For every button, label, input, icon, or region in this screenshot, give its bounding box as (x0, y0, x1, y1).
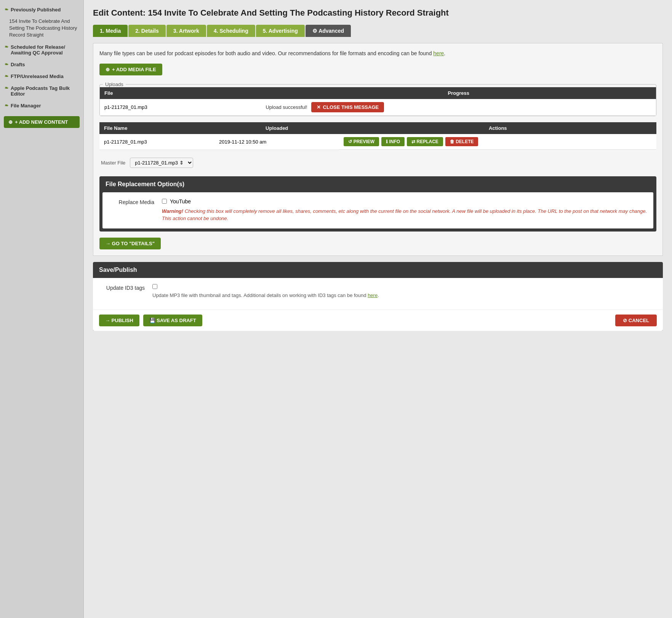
warning-text: Warning! Checking this box will complete… (162, 208, 647, 222)
tab-details[interactable]: 2. Details (128, 25, 165, 37)
publish-button[interactable]: → PUBLISH (99, 315, 139, 326)
file-name-cell: p1-211728_01.mp3 (99, 134, 214, 150)
file-name-header: File Name (99, 122, 214, 134)
master-file-select[interactable]: p1-211728_01.mp3 ⇕ (130, 158, 193, 168)
arrow-icon: ❧ (5, 7, 8, 12)
save-as-draft-button[interactable]: 💾 SAVE AS DRAFT (143, 315, 202, 326)
files-table: File Name Uploaded Actions p1-211728_01.… (99, 122, 656, 150)
sidebar: ❧Previously Published154 Invite To Celeb… (0, 0, 84, 618)
sidebar-item-episode-154[interactable]: 154 Invite To Celebrate And Setting The … (0, 16, 83, 41)
uploaded-header: Uploaded (214, 122, 339, 134)
sidebar-section-drafts[interactable]: ❧Drafts (0, 59, 83, 70)
arrow-icon: ❧ (5, 73, 8, 79)
close-icon: ✕ (317, 104, 321, 110)
save-publish-panel: Save/Publish Update ID3 tags Update MP3 … (93, 262, 663, 331)
tab-bar: 1. Media2. Details3. Artwork4. Schedulin… (93, 25, 663, 37)
file-replacement-panel: File Replacement Option(s) Replace Media… (99, 176, 656, 232)
sidebar-section-label: FTP/Unreleased Media (11, 73, 64, 79)
sidebar-section-label: Scheduled for Release/ Awaiting QC Appro… (11, 44, 79, 56)
content-panel: Many file types can be used for podcast … (93, 43, 663, 256)
preview-button[interactable]: ↺ PREVIEW (344, 137, 379, 146)
close-message-button[interactable]: ✕ CLOSE THIS MESSAGE (311, 102, 384, 112)
sidebar-section-apple-podcasts[interactable]: ❧Apple Podcasts Tag Bulk Editor (0, 82, 83, 100)
replace-button[interactable]: ⇄ REPLACE (407, 137, 443, 146)
arrow-icon: ❧ (5, 85, 8, 91)
tab-advertising[interactable]: 5. Advertising (256, 25, 305, 37)
main-content: Edit Content: 154 Invite To Celebrate An… (84, 0, 672, 618)
sidebar-section-label: File Manager (11, 103, 41, 109)
uploads-legend: Uploads (103, 81, 126, 87)
plus-icon: ⊕ (106, 67, 110, 72)
replace-media-content: YouTube Warning! Checking this box will … (162, 198, 647, 222)
delete-button[interactable]: 🗑 DELETE (445, 137, 478, 146)
intro-link[interactable]: here (433, 50, 444, 56)
tab-artwork[interactable]: 3. Artwork (166, 25, 206, 37)
file-replacement-title: File Replacement Option(s) (99, 176, 656, 192)
upload-file-name: p1-211728_01.mp3 (100, 99, 261, 116)
arrow-icon: ❧ (5, 62, 8, 67)
id3-description: Update MP3 file with thumbnail and tags.… (152, 292, 657, 299)
youtube-label: YouTube (170, 198, 191, 204)
warning-bold: Warning! (162, 208, 183, 214)
id3-row: Update ID3 tags Update MP3 file with thu… (99, 284, 657, 299)
id3-label: Update ID3 tags (99, 284, 145, 291)
youtube-checkbox[interactable] (162, 199, 167, 204)
tab-advanced[interactable]: ⚙ Advanced (306, 25, 351, 37)
page-title: Edit Content: 154 Invite To Celebrate An… (93, 8, 663, 19)
uploads-table: File Progress p1-211728_01.mp3 Upload su… (100, 87, 656, 116)
actions-header: Actions (339, 122, 656, 134)
id3-content: Update MP3 file with thumbnail and tags.… (152, 284, 657, 299)
replace-media-row: Replace Media YouTube Warning! Checking … (109, 198, 647, 222)
uploads-section: Uploads File Progress p1-211728_01.mp3 U… (99, 81, 656, 117)
table-row: p1-211728_01.mp3 2019-11-12 10:50 am ↺ P… (99, 134, 656, 150)
save-publish-title: Save/Publish (93, 262, 663, 278)
youtube-row: YouTube (162, 198, 647, 204)
save-publish-body: Update ID3 tags Update MP3 file with thu… (93, 278, 663, 310)
add-new-content-button[interactable]: ⊕ + ADD NEW CONTENT (4, 116, 80, 128)
info-button[interactable]: ℹ INFO (381, 137, 405, 146)
actions-cell: ↺ PREVIEW ℹ INFO ⇄ REPLACE 🗑 DELETE (339, 134, 656, 150)
add-media-file-button[interactable]: ⊕ + ADD MEDIA FILE (99, 64, 162, 75)
go-to-details-container: → GO TO "DETAILS" (99, 238, 656, 249)
replace-media-label: Replace Media (109, 198, 154, 205)
file-replacement-body: Replace Media YouTube Warning! Checking … (102, 192, 653, 228)
sidebar-section-file-manager[interactable]: ❧File Manager (0, 100, 83, 112)
master-file-label: Master File (101, 160, 125, 166)
uploads-file-header: File (100, 87, 261, 99)
cancel-button[interactable]: ⊘ CANCEL (615, 315, 657, 326)
id3-checkbox[interactable] (152, 284, 157, 289)
intro-text: Many file types can be used for podcast … (99, 50, 656, 57)
upload-success-text: Upload successful! (266, 104, 307, 110)
uploads-progress-header: Progress (261, 87, 656, 99)
add-new-content-label: + ADD NEW CONTENT (15, 119, 68, 125)
arrow-icon: ❧ (5, 44, 8, 50)
sidebar-section-scheduled-release[interactable]: ❧Scheduled for Release/ Awaiting QC Appr… (0, 41, 83, 59)
sidebar-section-label: Apple Podcasts Tag Bulk Editor (11, 85, 79, 97)
id3-link[interactable]: here (368, 292, 378, 298)
bottom-actions: → PUBLISH 💾 SAVE AS DRAFT ⊘ CANCEL (93, 310, 663, 331)
sidebar-section-ftp-unreleased[interactable]: ❧FTP/Unreleased Media (0, 70, 83, 82)
master-file-row: Master File p1-211728_01.mp3 ⇕ (99, 154, 656, 172)
bottom-left-actions: → PUBLISH 💾 SAVE AS DRAFT (99, 315, 202, 326)
go-to-details-button[interactable]: → GO TO "DETAILS" (99, 238, 161, 249)
sidebar-section-label: Previously Published (11, 7, 61, 13)
plus-icon: ⊕ (8, 119, 13, 125)
sidebar-section-label: Drafts (11, 62, 25, 67)
warning-message: Checking this box will completely remove… (162, 208, 647, 222)
close-message-label: CLOSE THIS MESSAGE (323, 104, 379, 110)
table-row: p1-211728_01.mp3 Upload successful! ✕ CL… (100, 99, 656, 116)
tab-scheduling[interactable]: 4. Scheduling (207, 25, 255, 37)
arrow-icon: ❧ (5, 103, 8, 108)
upload-progress: Upload successful! ✕ CLOSE THIS MESSAGE (261, 99, 656, 116)
uploaded-cell: 2019-11-12 10:50 am (214, 134, 339, 150)
sidebar-section-previously-published[interactable]: ❧Previously Published (0, 4, 83, 16)
tab-media[interactable]: 1. Media (93, 25, 128, 37)
